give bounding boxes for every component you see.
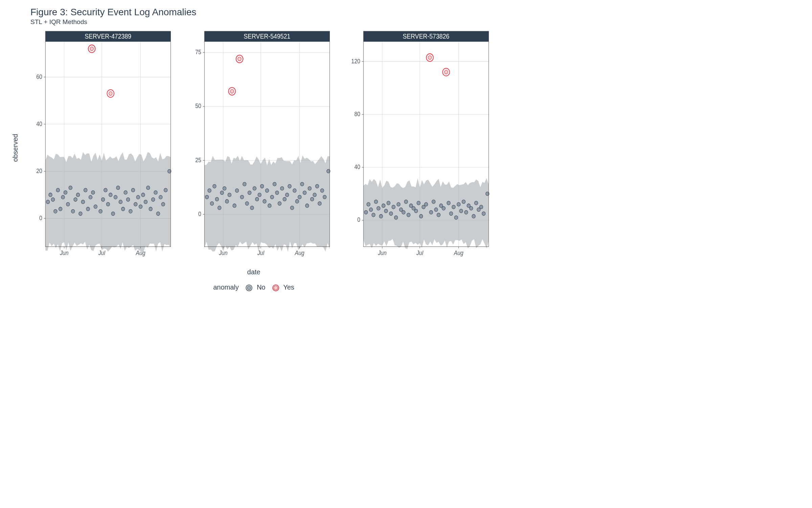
svg-point-66	[90, 47, 93, 50]
svg-point-192	[424, 203, 428, 206]
svg-point-114	[263, 199, 266, 203]
svg-point-189	[417, 201, 420, 205]
y-axis-label-text: observed	[12, 134, 19, 162]
svg-point-131	[306, 204, 309, 208]
svg-point-116	[268, 204, 271, 208]
svg-point-198	[442, 206, 445, 210]
svg-point-39	[104, 188, 107, 192]
svg-point-138	[323, 195, 326, 199]
svg-point-210	[474, 201, 478, 205]
svg-point-208	[469, 206, 473, 210]
svg-point-121	[280, 187, 284, 190]
svg-point-62	[161, 202, 165, 206]
svg-point-185	[407, 213, 410, 217]
svg-text:Jul: Jul	[257, 250, 265, 256]
svg-point-184	[404, 200, 408, 204]
legend-title: anomaly	[213, 283, 239, 291]
svg-point-43	[114, 195, 117, 199]
svg-point-63	[164, 188, 167, 192]
svg-point-109	[250, 206, 254, 210]
svg-point-202	[454, 216, 458, 219]
svg-text:Aug: Aug	[294, 250, 304, 256]
svg-point-171	[372, 213, 375, 217]
svg-point-125	[290, 206, 294, 210]
svg-point-29	[76, 193, 80, 197]
svg-point-45	[119, 200, 122, 204]
svg-point-124	[288, 184, 291, 188]
svg-point-206	[465, 210, 468, 214]
svg-point-98	[218, 206, 221, 210]
svg-text:40: 40	[36, 121, 42, 127]
svg-point-112	[258, 193, 261, 197]
svg-point-19	[51, 198, 54, 202]
svg-point-113	[260, 184, 264, 188]
svg-point-174	[379, 214, 383, 218]
figure-container: Figure 3: Security Event Log Anomalies S…	[0, 0, 508, 298]
svg-point-176	[384, 209, 388, 213]
svg-point-47	[124, 191, 127, 194]
svg-point-108	[248, 191, 251, 194]
svg-point-111	[255, 197, 259, 201]
svg-point-36	[94, 205, 97, 208]
svg-point-115	[265, 189, 269, 192]
svg-point-103	[233, 204, 236, 208]
panel-3: SERVER-57382604080120JunJulAug	[345, 29, 491, 266]
svg-point-117	[270, 195, 274, 199]
panel-2: SERVER-5495210255075JunJulAug	[186, 29, 332, 266]
legend-label-no: No	[257, 283, 266, 291]
svg-point-180	[394, 216, 398, 219]
svg-point-183	[402, 210, 405, 214]
figure-title: Figure 3: Security Event Log Anomalies	[30, 7, 497, 18]
svg-point-46	[121, 207, 125, 211]
svg-text:Jun: Jun	[378, 250, 387, 256]
figure-subtitle: STL + IQR Methods	[30, 18, 497, 26]
svg-point-100	[223, 187, 226, 190]
svg-point-105	[240, 195, 244, 199]
svg-point-194	[432, 200, 435, 204]
svg-text:Jun: Jun	[60, 250, 69, 256]
svg-text:Aug: Aug	[453, 250, 464, 256]
svg-text:SERVER-549521: SERVER-549521	[244, 33, 290, 40]
svg-point-41	[109, 193, 112, 197]
svg-point-51	[134, 202, 137, 206]
svg-point-44	[116, 186, 120, 190]
svg-point-59	[154, 191, 157, 194]
svg-point-95	[210, 202, 213, 205]
svg-text:Jul: Jul	[98, 250, 106, 256]
svg-point-204	[459, 209, 463, 213]
svg-point-181	[397, 203, 400, 206]
svg-point-203	[457, 203, 460, 206]
svg-point-31	[81, 200, 85, 204]
svg-point-137	[320, 189, 324, 192]
svg-point-104	[235, 189, 239, 192]
svg-point-195	[434, 208, 438, 211]
svg-point-96	[213, 184, 216, 188]
svg-point-49	[129, 209, 132, 213]
svg-point-106	[243, 182, 246, 186]
svg-point-56	[146, 186, 150, 190]
svg-point-126	[293, 189, 296, 192]
svg-point-24	[64, 191, 67, 194]
svg-point-38	[101, 198, 105, 202]
svg-point-20	[54, 209, 57, 213]
svg-point-30	[79, 212, 82, 215]
svg-point-172	[374, 200, 378, 204]
svg-point-60	[156, 212, 160, 215]
svg-point-133	[310, 197, 314, 201]
svg-point-129	[300, 182, 304, 186]
svg-point-61	[159, 195, 162, 199]
y-axis-label: observed	[10, 29, 20, 266]
svg-point-190	[419, 214, 423, 218]
legend-swatch-no	[245, 284, 253, 292]
svg-point-33	[86, 207, 90, 211]
svg-text:0: 0	[39, 215, 42, 221]
svg-point-228	[274, 286, 278, 290]
svg-point-128	[298, 195, 301, 199]
svg-point-53	[139, 205, 142, 208]
svg-text:Jun: Jun	[219, 250, 228, 256]
svg-point-93	[205, 195, 208, 199]
svg-point-136	[318, 202, 321, 205]
x-axis-label: date	[10, 268, 497, 276]
svg-point-52	[136, 195, 140, 199]
legend: anomaly No Yes	[10, 283, 497, 292]
